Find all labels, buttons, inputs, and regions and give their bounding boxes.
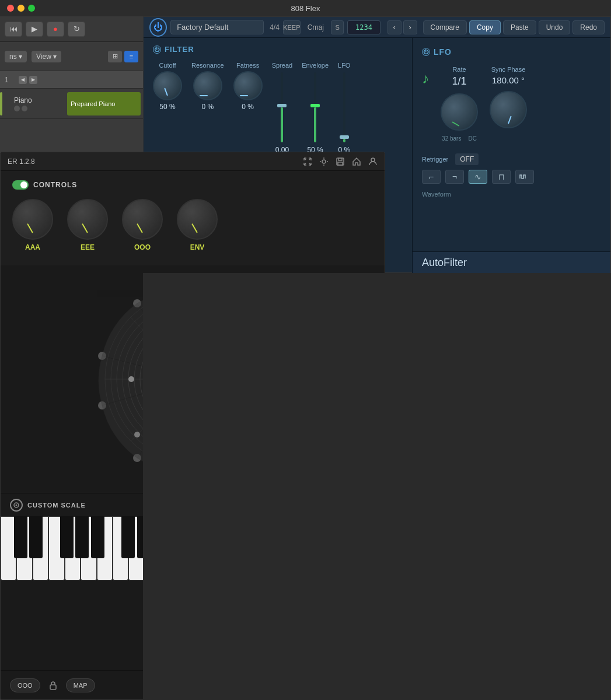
close-button[interactable] xyxy=(7,5,14,12)
eee-knob[interactable] xyxy=(67,199,108,240)
lock-icon-1 xyxy=(47,680,59,691)
lfo-power-btn[interactable]: ⏻ xyxy=(422,48,430,56)
cutoff-value: 50 % xyxy=(159,103,175,111)
ring-dot-left[interactable] xyxy=(128,376,134,382)
env-knob-wrap: ENV xyxy=(177,199,218,251)
lfo-slider[interactable] xyxy=(343,72,345,142)
maximize-button[interactable] xyxy=(28,5,35,12)
view-icons: ⊞ ≡ xyxy=(108,51,138,62)
settings-icon[interactable] xyxy=(319,157,329,166)
track-collapse-btn[interactable]: ◀ xyxy=(19,76,27,84)
waveform-square-btn[interactable]: ⊓ xyxy=(492,170,511,184)
black-key[interactable] xyxy=(14,516,27,558)
keep-btn[interactable]: KEEP xyxy=(283,20,301,34)
waveform-sawtooth-btn[interactable]: ⌐ xyxy=(422,170,441,184)
cutoff-knob[interactable] xyxy=(153,71,182,100)
undo-btn[interactable]: Undo xyxy=(539,20,571,34)
ooo-knob[interactable] xyxy=(122,199,163,240)
envelope-slider[interactable] xyxy=(314,72,316,142)
minimize-button[interactable] xyxy=(18,5,25,12)
sidebar-top: ns ▾ View ▾ ⊞ ≡ xyxy=(0,42,143,71)
envelope-param: Envelope 50 % xyxy=(302,62,329,154)
ooo-map-btn[interactable]: MAP xyxy=(66,678,95,692)
ooo-knob-wrap: OOO xyxy=(122,199,163,251)
env-knob[interactable] xyxy=(177,199,218,240)
black-key[interactable] xyxy=(121,516,135,558)
resonance-knob[interactable] xyxy=(193,71,222,100)
envelope-thumb[interactable] xyxy=(310,104,320,107)
track-mute-btn[interactable] xyxy=(14,106,20,111)
view-dropdown[interactable]: ns ▾ xyxy=(5,51,27,62)
track-row: Piano Prepared Piano xyxy=(0,89,143,119)
spread-thumb[interactable] xyxy=(277,104,287,107)
track-controls: ◀ ▶ xyxy=(19,76,37,84)
svg-point-28 xyxy=(16,504,18,506)
lfo-rate-param: Rate 1/1 32 bars DC xyxy=(441,66,478,142)
svg-rect-29 xyxy=(50,685,56,690)
loop-button[interactable]: ↻ xyxy=(68,22,85,37)
key-display: Cmaj xyxy=(304,23,327,32)
lfo-sync-knob[interactable] xyxy=(490,91,527,128)
s-btn[interactable]: S xyxy=(331,20,344,34)
plugin-nav-btns: ‹ › xyxy=(387,20,417,34)
traffic-lights xyxy=(7,5,35,12)
spread-slider[interactable] xyxy=(281,72,283,142)
aaa-label: AAA xyxy=(25,243,40,251)
rewind-button[interactable]: ⏮ xyxy=(5,22,22,37)
waveform-pulse-btn[interactable] xyxy=(515,170,534,184)
env-label: ENV xyxy=(190,243,205,251)
eee-indicator xyxy=(82,223,88,233)
autofilter-label: AutoFilter xyxy=(422,257,467,269)
aaa-knob[interactable] xyxy=(12,199,53,240)
env-indicator xyxy=(191,223,198,233)
black-key[interactable] xyxy=(29,516,43,558)
list-view-icon[interactable]: ≡ xyxy=(124,51,138,62)
view-dropdown-2[interactable]: View ▾ xyxy=(32,51,61,62)
play-button[interactable]: ▶ xyxy=(26,22,43,37)
home-icon[interactable] xyxy=(352,157,361,166)
time-sig: 4/4 xyxy=(270,23,280,32)
black-key[interactable] xyxy=(60,516,74,558)
svg-point-4 xyxy=(371,158,375,162)
spread-fill xyxy=(281,107,283,142)
spread-param: Spread 0.00 xyxy=(272,62,292,154)
nav-next-btn[interactable]: › xyxy=(403,20,417,34)
track-solo-btn[interactable] xyxy=(22,106,27,111)
black-key[interactable] xyxy=(91,516,104,558)
filter-power[interactable]: ⏻ xyxy=(153,46,161,54)
retrigger-row: Retrigger OFF xyxy=(422,153,601,165)
compare-btn[interactable]: Compare xyxy=(423,20,467,34)
lfo-rate-knob[interactable] xyxy=(441,93,478,131)
track-header-row: 1 ◀ ▶ xyxy=(0,71,143,89)
waveform-ramp-btn[interactable]: ¬ xyxy=(445,170,464,184)
preset-dropdown[interactable]: Factory Default xyxy=(170,20,264,34)
track-expand-btn[interactable]: ▶ xyxy=(29,76,37,84)
ooo-btn[interactable]: OOO xyxy=(10,678,40,692)
plugin-power-button[interactable]: ⏻ xyxy=(149,18,167,37)
black-key[interactable] xyxy=(75,516,89,558)
user-icon[interactable] xyxy=(368,157,378,166)
controls-toggle[interactable] xyxy=(12,180,29,190)
grid-view-icon[interactable]: ⊞ xyxy=(108,51,122,62)
waveform-sine-btn[interactable]: ∿ xyxy=(469,170,487,184)
lfo-thumb[interactable] xyxy=(340,135,349,139)
right-lower-panel xyxy=(143,273,611,700)
ring-dot-bl[interactable] xyxy=(134,432,140,438)
vowel-icons xyxy=(303,157,378,166)
lfo-label: LFO xyxy=(338,62,350,69)
note-icon: ♪ xyxy=(422,71,429,87)
collapse-icon[interactable] xyxy=(303,157,312,166)
copy-btn[interactable]: Copy xyxy=(469,20,501,34)
paste-btn[interactable]: Paste xyxy=(503,20,536,34)
retrigger-value[interactable]: OFF xyxy=(455,153,479,165)
fatness-knob[interactable] xyxy=(233,71,263,100)
record-button[interactable]: ● xyxy=(47,22,64,37)
redo-btn[interactable]: Redo xyxy=(572,20,605,34)
nav-prev-btn[interactable]: ‹ xyxy=(387,20,401,34)
save-icon[interactable] xyxy=(336,157,345,166)
lfo-bottom: Retrigger OFF ⌐ ¬ ∿ ⊓ Waveform xyxy=(422,153,601,198)
lfo-sync-indicator xyxy=(508,116,512,124)
waveform-label: Waveform xyxy=(422,191,601,198)
lfo-sync-value: 180.00 ° xyxy=(492,75,525,85)
track-clip[interactable]: Prepared Piano xyxy=(67,92,141,116)
